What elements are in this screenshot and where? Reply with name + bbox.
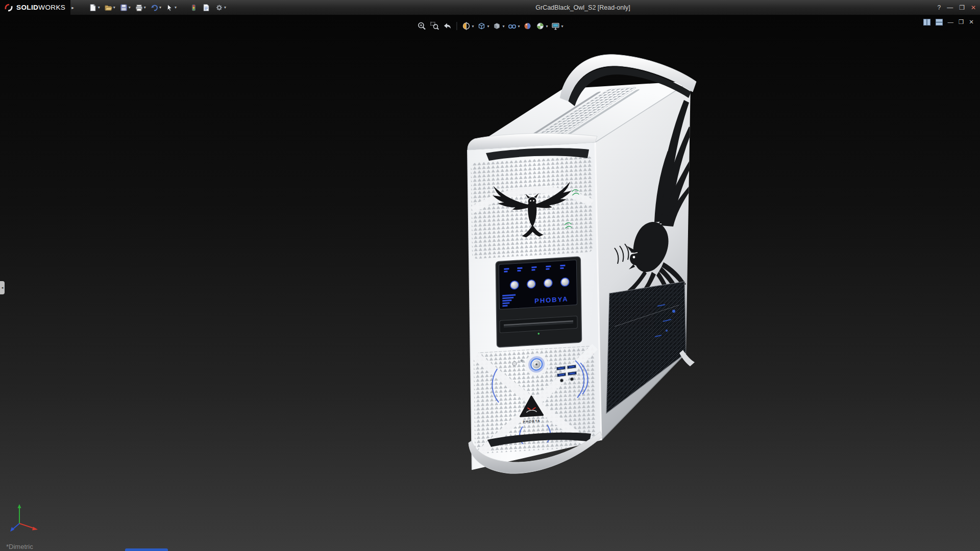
zoom-to-area-icon xyxy=(429,21,439,31)
toolbar-separator xyxy=(456,22,457,30)
dropdown-caret[interactable]: ▾ xyxy=(129,5,131,10)
split-pane-vertical-icon[interactable] xyxy=(936,19,943,26)
rebuild-button[interactable] xyxy=(188,3,199,13)
file-properties-button[interactable] xyxy=(201,3,212,13)
zoom-to-fit-button[interactable] xyxy=(416,21,427,31)
doc-minimize-button[interactable]: — xyxy=(948,19,954,25)
dropdown-caret[interactable]: ▾ xyxy=(159,5,161,10)
solidworks-logo: SOLIDWORKS xyxy=(0,0,70,15)
dropdown-caret[interactable]: ▾ xyxy=(487,24,489,29)
view-settings-button[interactable]: ▾ xyxy=(550,21,564,31)
view-settings-monitor-icon xyxy=(551,21,561,31)
view-orientation-button[interactable]: ▾ xyxy=(476,21,489,31)
taskbar-sliver xyxy=(125,548,168,551)
dropdown-caret[interactable]: ▾ xyxy=(472,24,474,29)
panel-collapse-tab[interactable]: ◂ xyxy=(0,281,5,294)
display-style-icon xyxy=(492,21,502,31)
main-toolbar: ▾ ▾ ▾ ▾ ▾ xyxy=(87,3,227,13)
split-pane-horizontal-icon[interactable] xyxy=(923,19,930,26)
minimize-button[interactable]: — xyxy=(947,4,953,11)
hide-show-glasses-icon xyxy=(507,21,518,31)
menu-flyout-arrow[interactable]: ▸ xyxy=(71,5,74,10)
document-title: GrCadBlack_Owl_S2 [Read-only] xyxy=(535,4,630,11)
save-icon xyxy=(119,3,128,12)
view-orientation-cube-icon xyxy=(476,21,486,31)
options-button[interactable]: ▾ xyxy=(213,3,227,13)
document-window-controls: — ❐ ✕ xyxy=(923,18,974,26)
edit-appearance-sphere-icon xyxy=(523,21,533,31)
dropdown-caret[interactable]: ▾ xyxy=(546,24,548,29)
audio-jack[interactable] xyxy=(560,379,563,382)
dropdown-caret[interactable]: ▾ xyxy=(224,5,226,10)
dropdown-caret[interactable]: ▾ xyxy=(98,5,100,10)
rear-foot xyxy=(679,350,695,366)
reset-button[interactable] xyxy=(512,362,517,366)
save-button[interactable]: ▾ xyxy=(118,3,132,13)
model-3d-view[interactable]: PHOBYA xyxy=(0,15,980,551)
pc-case-front-panel: PHOBYA xyxy=(468,142,601,470)
apply-scene-sphere-icon xyxy=(535,21,546,31)
window-controls: ? — ❐ ✕ xyxy=(937,0,976,15)
title-bar: SOLIDWORKS ▸ ▾ ▾ ▾ xyxy=(0,0,980,15)
zoom-to-area-button[interactable] xyxy=(429,21,440,31)
new-document-button[interactable]: ▾ xyxy=(87,3,101,13)
select-cursor-icon xyxy=(165,3,174,12)
undo-button[interactable]: ▾ xyxy=(149,3,162,13)
help-button[interactable]: ? xyxy=(937,4,941,11)
options-gear-icon xyxy=(214,3,224,12)
previous-view-icon xyxy=(442,21,452,31)
edit-appearance-button[interactable] xyxy=(522,21,533,31)
doc-restore-button[interactable]: ❐ xyxy=(959,18,964,26)
dropdown-caret[interactable]: ▾ xyxy=(518,24,520,29)
rebuild-traffic-light-icon xyxy=(189,3,198,12)
fan-controller-unit: PHOBYA xyxy=(496,257,581,347)
dropdown-caret[interactable]: ▾ xyxy=(144,5,146,10)
section-view-button[interactable]: ▾ xyxy=(460,21,474,31)
power-button[interactable] xyxy=(529,357,544,372)
new-document-icon xyxy=(88,3,97,12)
orientation-triad xyxy=(10,503,41,533)
section-view-icon xyxy=(461,21,471,31)
dropdown-caret[interactable]: ▾ xyxy=(502,24,504,29)
ds-logo-icon xyxy=(4,3,13,12)
dropdown-caret[interactable]: ▾ xyxy=(561,24,564,29)
select-button[interactable]: ▾ xyxy=(164,3,178,13)
maximize-button[interactable]: ❐ xyxy=(959,4,965,11)
open-button[interactable]: ▾ xyxy=(103,3,116,13)
headsup-view-toolbar: ▾ ▾ ▾ ▾ xyxy=(416,21,564,31)
doc-close-button[interactable]: ✕ xyxy=(969,18,974,26)
pc-case-side-panel xyxy=(595,81,695,440)
brand-text: SOLIDWORKS xyxy=(16,4,65,11)
print-icon xyxy=(134,3,143,12)
close-button[interactable]: ✕ xyxy=(971,4,976,11)
hide-show-items-button[interactable]: ▾ xyxy=(507,21,521,31)
audio-jack[interactable] xyxy=(570,378,573,381)
view-orientation-label: *Dimetric xyxy=(6,543,33,550)
dropdown-caret[interactable]: ▾ xyxy=(175,5,177,10)
print-button[interactable]: ▾ xyxy=(133,3,147,13)
display-style-button[interactable]: ▾ xyxy=(491,21,505,31)
apply-scene-button[interactable]: ▾ xyxy=(535,21,549,31)
zoom-to-fit-icon xyxy=(416,21,427,31)
file-properties-icon xyxy=(202,3,211,12)
graphics-viewport[interactable]: ▾ ▾ ▾ ▾ xyxy=(0,15,980,551)
open-folder-icon xyxy=(104,3,113,12)
undo-icon xyxy=(150,3,159,12)
previous-view-button[interactable] xyxy=(442,21,453,31)
owl-eye xyxy=(633,256,635,259)
dropdown-caret[interactable]: ▾ xyxy=(113,5,115,10)
